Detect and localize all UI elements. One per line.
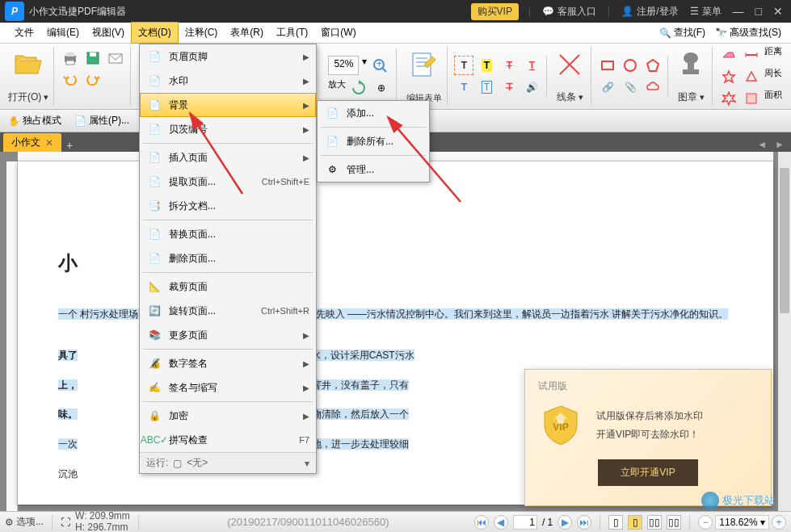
- cloud-icon[interactable]: [643, 77, 663, 97]
- dd-rotate-page[interactable]: 🔄旋转页面...Ctrl+Shift+R: [140, 299, 316, 323]
- dd-insert-page[interactable]: 📄插入页面▶: [140, 145, 316, 170]
- dd-bates[interactable]: 📄贝茨编号▶: [140, 117, 316, 141]
- menu-form[interactable]: 表单(R): [224, 23, 270, 43]
- submenu-delete-all[interactable]: 📄删除所有...: [318, 129, 429, 153]
- zoom-select[interactable]: 118.62% ▾: [715, 515, 769, 530]
- dd-header-footer[interactable]: 📄页眉页脚▶: [140, 44, 316, 69]
- circle-icon[interactable]: [621, 56, 640, 75]
- text-del-icon[interactable]: T̶: [499, 77, 519, 97]
- menu-view[interactable]: 视图(V): [86, 23, 131, 43]
- document-tab[interactable]: 小作文 ✕: [3, 133, 61, 152]
- menu-window[interactable]: 窗口(W): [314, 23, 362, 43]
- dd-background[interactable]: 📄背景▶: [140, 93, 316, 117]
- email-icon[interactable]: [106, 48, 125, 68]
- svg-marker-25: [747, 72, 756, 81]
- perimeter-icon[interactable]: [742, 67, 761, 86]
- refresh-icon[interactable]: [349, 78, 368, 98]
- dd-digital-sign[interactable]: 🔏数字签名▶: [140, 351, 316, 375]
- hamburger-menu[interactable]: ☰ 菜单: [690, 5, 722, 19]
- view-facing-cont-button[interactable]: ▯▯: [667, 515, 681, 530]
- advanced-find-button[interactable]: 🔭 高级查找(S): [710, 24, 786, 41]
- view-single-button[interactable]: ▯: [608, 515, 623, 530]
- lines-label: 线条 ▾: [557, 90, 583, 104]
- close-button[interactable]: ✕: [773, 5, 783, 18]
- properties-button[interactable]: 📄 属性(P)...: [71, 112, 133, 129]
- print-icon[interactable]: [61, 48, 80, 68]
- attach-icon[interactable]: 📎: [621, 77, 640, 97]
- first-page-button[interactable]: ⏮: [474, 515, 489, 530]
- dd-extract-page[interactable]: 📄提取页面...Ctrl+Shift+E: [140, 170, 316, 194]
- distance-icon[interactable]: [742, 45, 761, 65]
- vip-cta-button[interactable]: 立即开通VIP: [598, 459, 697, 486]
- maximize-button[interactable]: □: [755, 5, 762, 18]
- scrollbar-thumb[interactable]: [780, 168, 789, 313]
- submenu-add[interactable]: 📄添加...: [318, 101, 429, 125]
- zoom-in-button[interactable]: +: [772, 515, 786, 530]
- menu-tools[interactable]: 工具(T): [270, 23, 314, 43]
- dd-split-doc[interactable]: 📑拆分文档...: [140, 194, 316, 218]
- dd-spellcheck[interactable]: ABC✓拼写检查F7: [140, 428, 316, 452]
- next-page-button[interactable]: ▶: [557, 515, 572, 530]
- dd-watermark[interactable]: 📄水印▶: [140, 69, 316, 93]
- exclusive-mode-button[interactable]: ✋ 独占模式: [5, 112, 65, 129]
- polygon-icon[interactable]: [643, 56, 663, 75]
- submenu-manage[interactable]: ⚙管理...: [318, 157, 429, 182]
- text-edit-icon[interactable]: T: [454, 77, 473, 97]
- prev-page-button[interactable]: ◀: [494, 515, 508, 530]
- numbering-icon: 📄: [146, 121, 162, 137]
- strikethrough-icon[interactable]: T: [499, 56, 519, 75]
- lines-icon[interactable]: [553, 48, 586, 81]
- dd-encrypt[interactable]: 🔒加密▶: [140, 404, 316, 428]
- eraser-icon[interactable]: [719, 45, 738, 65]
- save-icon[interactable]: [83, 48, 103, 68]
- dd-more-pages[interactable]: 📚更多页面▶: [140, 323, 316, 347]
- zoom-in-icon[interactable]: +: [370, 56, 389, 75]
- dd-sign-initials[interactable]: ✍签名与缩写▶: [140, 375, 316, 400]
- zoom-label: 放大: [328, 78, 346, 98]
- menu-comment[interactable]: 注释(C): [179, 23, 225, 43]
- zoom-out-button[interactable]: −: [698, 515, 713, 530]
- rect-icon[interactable]: [598, 56, 617, 75]
- app-title: 小作文迅捷PDF编辑器: [29, 5, 126, 19]
- minimize-button[interactable]: —: [733, 5, 744, 18]
- dd-delete-page[interactable]: 📄删除页面...: [140, 246, 316, 270]
- menu-file[interactable]: 文件: [8, 23, 40, 43]
- dropdown-arrow-icon[interactable]: ▾: [362, 56, 367, 75]
- burst-icon[interactable]: [719, 89, 738, 108]
- login-link[interactable]: 👤 注册/登录: [621, 5, 678, 19]
- vertical-scrollbar[interactable]: [778, 152, 791, 511]
- link-icon[interactable]: 🔗: [598, 77, 617, 97]
- menu-document[interactable]: 文档(D): [131, 22, 179, 44]
- hand-icon: ✋: [8, 115, 20, 127]
- redo-icon[interactable]: [83, 69, 103, 89]
- stamp-icon[interactable]: [675, 48, 707, 81]
- view-continuous-button[interactable]: ▯: [628, 515, 642, 530]
- dd-replace-page[interactable]: 📄替换页面...: [140, 222, 316, 246]
- tab-close-icon[interactable]: ✕: [45, 137, 53, 149]
- menu-edit[interactable]: 编辑(E): [40, 23, 86, 43]
- last-page-button[interactable]: ⏭: [577, 515, 591, 530]
- zoom-plus-icon[interactable]: ⊕: [372, 78, 391, 98]
- distance-label: 距离: [764, 45, 782, 65]
- tab-next-button[interactable]: ►: [772, 137, 788, 152]
- text-box-icon[interactable]: T: [477, 77, 496, 97]
- find-button[interactable]: 🔍 查找(F): [654, 24, 710, 41]
- area-icon[interactable]: [742, 89, 761, 108]
- view-facing-button[interactable]: ▯▯: [647, 515, 662, 530]
- site-watermark: 极光下载站: [701, 492, 775, 509]
- underline-icon[interactable]: T: [522, 56, 541, 75]
- open-icon[interactable]: [12, 48, 44, 81]
- edit-form-icon[interactable]: [408, 48, 440, 81]
- support-link[interactable]: 💬 客服入口: [542, 5, 596, 19]
- page-number-input[interactable]: [513, 515, 537, 530]
- sound-icon[interactable]: 🔊: [522, 77, 541, 97]
- options-button[interactable]: ⚙ 选项...: [5, 515, 44, 529]
- buy-vip-button[interactable]: 购买VIP: [471, 3, 519, 20]
- add-tab-button[interactable]: +: [66, 139, 73, 152]
- dd-crop-page[interactable]: 📐裁剪页面: [140, 274, 316, 299]
- text-tool-icon[interactable]: T: [454, 56, 473, 75]
- star-icon[interactable]: [719, 67, 738, 86]
- tab-prev-button[interactable]: ◄: [754, 137, 770, 152]
- undo-icon[interactable]: [61, 69, 80, 89]
- highlight-icon[interactable]: T: [477, 56, 496, 75]
